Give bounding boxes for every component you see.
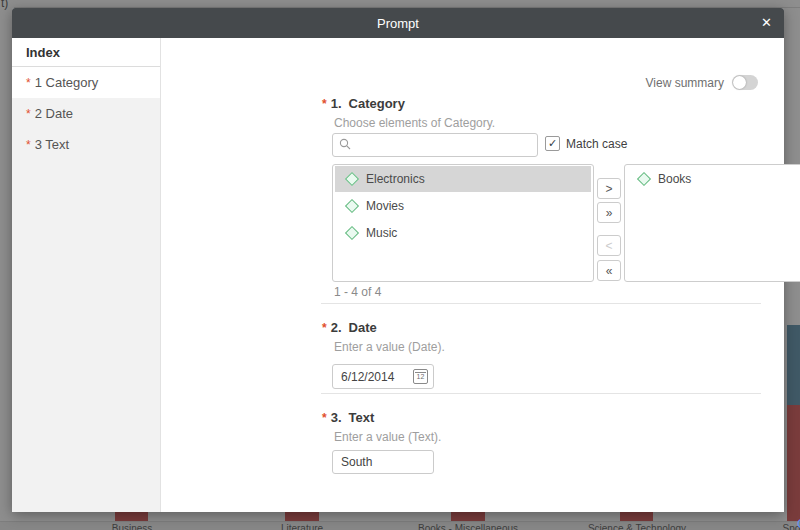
chosen-values-list: Books	[624, 164, 800, 282]
section-title: Category	[349, 96, 405, 111]
move-all-left-button[interactable]: «	[597, 260, 621, 281]
prompt-index-sidebar: Index *1 Category *2 Date *3 Text	[12, 38, 161, 512]
date-input[interactable]	[334, 366, 416, 387]
screen: t) Business Literature Books - Miscellan…	[0, 0, 800, 530]
section-number: 2.	[331, 320, 342, 335]
required-marker: *	[322, 97, 327, 111]
dialog-title: Prompt	[12, 16, 784, 31]
available-values-list: Electronics Movies Music	[332, 164, 594, 282]
section-category-description: Choose elements of Category.	[334, 116, 495, 130]
list-item-label: Books	[658, 172, 691, 186]
dimension-icon	[345, 172, 359, 186]
section-title: Date	[349, 320, 377, 335]
chart-bar-sports-segment-top	[787, 325, 800, 405]
match-case-label: Match case	[566, 137, 627, 151]
list-item-label: Movies	[366, 199, 404, 213]
sidebar-item-label: 1 Category	[35, 75, 99, 90]
calendar-icon[interactable]: 12	[413, 369, 428, 384]
close-icon[interactable]: ✕	[761, 16, 772, 30]
pagination-status: 1 - 4 of 4	[334, 285, 381, 299]
list-item-books[interactable]: Books	[627, 166, 800, 192]
section-divider	[321, 393, 761, 394]
required-marker: *	[322, 411, 327, 425]
sidebar-item-label: 2 Date	[35, 106, 73, 121]
dimension-icon	[345, 226, 359, 240]
required-marker: *	[26, 107, 31, 121]
sidebar-item-text[interactable]: *3 Text	[12, 129, 160, 160]
dimension-icon	[637, 172, 651, 186]
list-item-label: Electronics	[366, 172, 425, 186]
list-item-music[interactable]: Music	[335, 220, 591, 246]
search-input[interactable]	[355, 135, 535, 155]
sidebar-header: Index	[12, 38, 160, 67]
list-item-movies[interactable]: Movies	[335, 193, 591, 219]
search-field	[332, 133, 538, 157]
axis-label: Science & Technology	[588, 523, 686, 530]
list-item-label: Music	[366, 226, 397, 240]
date-field: 12	[332, 364, 434, 389]
view-summary-label: View summary	[646, 76, 724, 90]
move-all-right-button[interactable]: »	[597, 202, 621, 223]
background-text-fragment: t)	[1, 0, 8, 10]
section-category-heading: *1.Category	[322, 96, 405, 111]
sidebar-item-label: 3 Text	[35, 137, 69, 152]
toggle-knob	[733, 76, 746, 89]
text-value-input[interactable]	[332, 450, 434, 474]
section-divider	[321, 303, 761, 304]
section-date-heading: *2.Date	[322, 320, 377, 335]
prompt-dialog: Prompt ✕ Index *1 Category *2 Date *3 Te…	[12, 8, 784, 512]
move-left-button[interactable]: <	[597, 235, 621, 256]
section-text-heading: *3.Text	[322, 410, 374, 425]
section-number: 1.	[331, 96, 342, 111]
required-marker: *	[26, 138, 31, 152]
required-marker: *	[26, 76, 31, 90]
list-item-electronics[interactable]: Electronics	[335, 166, 591, 192]
section-number: 3.	[331, 410, 342, 425]
search-icon	[339, 138, 351, 150]
section-text-description: Enter a value (Text).	[334, 430, 441, 444]
required-marker: *	[322, 321, 327, 335]
match-case-control[interactable]: ✓ Match case	[545, 136, 627, 151]
chart-bar-sports	[787, 405, 800, 522]
section-title: Text	[349, 410, 375, 425]
move-right-button[interactable]: >	[597, 178, 621, 199]
section-date-description: Enter a value (Date).	[334, 340, 445, 354]
dimension-icon	[345, 199, 359, 213]
view-summary-control: View summary	[646, 75, 758, 90]
sidebar-item-date[interactable]: *2 Date	[12, 98, 160, 129]
sidebar-item-category[interactable]: *1 Category	[12, 67, 160, 98]
prompt-content: View summary *1.Category Choose elements…	[161, 38, 784, 512]
dialog-header: Prompt ✕	[12, 8, 784, 38]
calendar-day-number: 12	[414, 373, 427, 380]
axis-label: Books - Miscellaneous	[418, 523, 518, 530]
match-case-checkbox[interactable]: ✓	[545, 136, 560, 151]
axis-label: Business	[112, 523, 153, 530]
axis-label: Literature	[281, 523, 323, 530]
view-summary-toggle[interactable]	[732, 75, 758, 90]
